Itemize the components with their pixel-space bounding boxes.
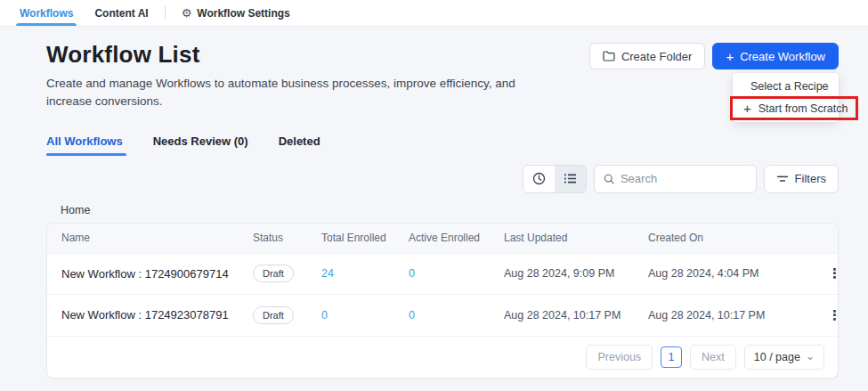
search-input[interactable] <box>621 172 747 185</box>
page-size-select[interactable]: 10 / page ⌄ <box>744 345 824 370</box>
table-row: New Workflow : 1724923078791 Draft 0 0 A… <box>47 295 838 337</box>
topnav-tab-content-ai[interactable]: Content AI <box>84 0 158 26</box>
page-header-text: Workflow List Create and manage Workflow… <box>46 41 527 111</box>
page-number-button[interactable]: 1 <box>661 346 682 368</box>
last-updated-cell: Aug 28 2024, 10:17 PM <box>490 309 634 322</box>
select-recipe-label: Select a Recipe <box>750 80 829 93</box>
list-toolbar: Filters <box>46 165 839 193</box>
tab-all-workflows[interactable]: All Workflows <box>46 134 123 156</box>
tab-deleted-label: Deleted <box>279 134 320 148</box>
topnav-settings-label: Workflow Settings <box>197 7 289 20</box>
clock-icon <box>532 172 546 185</box>
total-enrolled-link[interactable]: 24 <box>307 267 394 280</box>
topnav-workflows-label: Workflows <box>20 7 73 20</box>
gear-icon: ⚙ <box>182 7 192 19</box>
create-workflow-label: Create Workflow <box>740 50 825 63</box>
column-header-status: Status <box>239 232 307 244</box>
page-header: Workflow List Create and manage Workflow… <box>46 41 839 111</box>
active-enrolled-link[interactable]: 0 <box>394 267 490 280</box>
next-page-button[interactable]: Next <box>690 345 736 370</box>
timeline-view-button[interactable] <box>523 166 555 192</box>
active-enrolled-link[interactable]: 0 <box>394 309 490 322</box>
create-workflow-button[interactable]: + Create Workflow <box>712 43 839 69</box>
table-footer: Previous 1 Next 10 / page ⌄ <box>47 337 838 378</box>
create-workflow-menu: Select a Recipe + Start from Scratch <box>733 73 839 122</box>
topnav-separator <box>165 6 166 20</box>
table-row: New Workflow : 1724900679714 Draft 24 0 … <box>47 254 838 296</box>
page-description: Create and manage Workflows to automate … <box>46 75 527 111</box>
page-size-label: 10 / page <box>754 351 800 363</box>
list-view-button[interactable] <box>555 166 586 192</box>
column-header-created-on: Created On <box>634 232 792 244</box>
column-header-name: Name <box>47 232 239 244</box>
row-actions-menu-button[interactable]: ⋮ <box>792 307 839 323</box>
column-header-last-updated: Last Updated <box>490 232 634 244</box>
tab-needs-review[interactable]: Needs Review (0) <box>153 134 248 156</box>
topnav-tab-workflow-settings[interactable]: ⚙ Workflow Settings <box>171 0 301 26</box>
search-box <box>594 165 757 193</box>
created-on-cell: Aug 28 2024, 4:04 PM <box>634 267 792 280</box>
total-enrolled-link[interactable]: 0 <box>307 309 394 322</box>
filter-icon <box>776 175 789 183</box>
page-title: Workflow List <box>46 41 527 69</box>
status-badge: Draft <box>253 306 294 324</box>
column-header-total-enrolled: Total Enrolled <box>307 232 394 244</box>
plus-icon: + <box>726 50 734 63</box>
breadcrumb[interactable]: Home <box>61 204 839 216</box>
workflow-name-link[interactable]: New Workflow : 1724900679714 <box>47 267 239 281</box>
header-actions: Create Folder + Create Workflow Select a… <box>589 43 839 69</box>
view-toggle-group <box>523 165 587 193</box>
create-folder-label: Create Folder <box>621 50 692 63</box>
start-from-scratch-label: Start from Scratch <box>758 102 848 115</box>
list-tabs: All Workflows Needs Review (0) Deleted <box>46 134 839 156</box>
filters-button[interactable]: Filters <box>764 165 839 193</box>
tab-needs-review-label: Needs Review (0) <box>153 134 248 148</box>
tab-deleted[interactable]: Deleted <box>279 134 320 156</box>
row-actions-menu-button[interactable]: ⋮ <box>792 265 839 281</box>
menu-item-start-from-scratch[interactable]: + Start from Scratch <box>733 97 839 119</box>
status-cell: Draft <box>239 265 307 282</box>
created-on-cell: Aug 28 2024, 10:17 PM <box>634 309 792 322</box>
status-cell: Draft <box>239 306 307 324</box>
topnav-content-ai-label: Content AI <box>94 7 148 20</box>
topnav-tab-workflows[interactable]: Workflows <box>9 0 84 26</box>
folder-icon <box>603 51 615 61</box>
last-updated-cell: Aug 28 2024, 9:09 PM <box>490 267 634 280</box>
top-navigation: Workflows Content AI ⚙ Workflow Settings <box>0 0 868 27</box>
plus-icon: + <box>743 102 751 115</box>
search-icon <box>604 173 614 185</box>
previous-page-button[interactable]: Previous <box>586 345 653 370</box>
create-folder-button[interactable]: Create Folder <box>589 43 705 69</box>
status-badge: Draft <box>253 265 294 282</box>
menu-item-select-recipe[interactable]: Select a Recipe <box>733 76 839 97</box>
column-header-active-enrolled: Active Enrolled <box>394 232 490 244</box>
chevron-down-icon: ⌄ <box>806 354 815 360</box>
tab-all-workflows-label: All Workflows <box>46 134 123 148</box>
filters-label: Filters <box>795 172 826 185</box>
workflow-name-link[interactable]: New Workflow : 1724923078791 <box>47 308 239 322</box>
main-content: Workflow List Create and manage Workflow… <box>0 27 868 379</box>
list-icon <box>564 173 577 184</box>
workflow-table-card: Name Status Total Enrolled Active Enroll… <box>46 223 839 379</box>
table-header-row: Name Status Total Enrolled Active Enroll… <box>47 224 838 254</box>
